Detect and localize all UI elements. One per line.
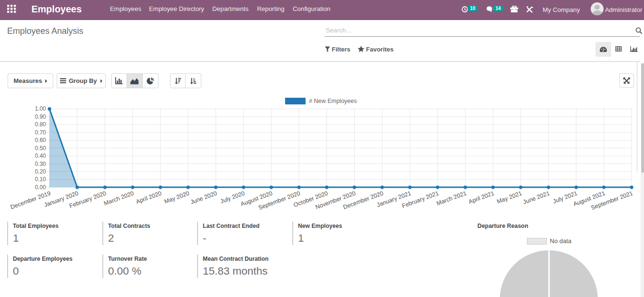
svg-text:0.70: 0.70 [35,129,46,136]
svg-text:0.80: 0.80 [35,121,46,128]
svg-text:0.20: 0.20 [35,168,46,175]
svg-text:0.10: 0.10 [35,176,46,183]
svg-text:0.40: 0.40 [35,153,46,159]
svg-text:May 2021: May 2021 [496,190,523,205]
svg-text:April 2020: April 2020 [135,190,163,205]
svg-text:1.00: 1.00 [35,105,46,112]
svg-text:April 2021: April 2021 [468,190,495,205]
svg-text:0.00: 0.00 [35,184,46,191]
svg-text:March 2021: March 2021 [436,190,467,207]
svg-text:March 2020: March 2020 [103,190,135,207]
svg-text:0.90: 0.90 [35,113,46,120]
svg-text:0.60: 0.60 [35,137,46,143]
svg-text:0.50: 0.50 [35,145,46,152]
svg-text:June 2021: June 2021 [522,190,551,205]
svg-text:June 2020: June 2020 [189,190,218,205]
svg-text:May 2020: May 2020 [163,190,190,205]
svg-text:0.30: 0.30 [35,161,46,167]
